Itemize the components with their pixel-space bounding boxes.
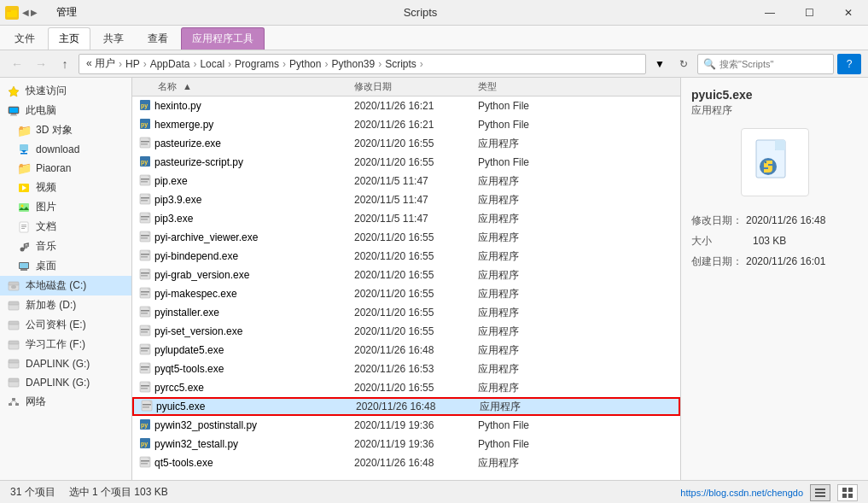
total-items: 31 个项目 [10, 485, 55, 500]
table-row[interactable]: pyi-makespec.exe 2020/11/20 16:55 应用程序 [132, 284, 680, 303]
file-name: qt5-tools.exe [132, 456, 354, 471]
svg-rect-14 [21, 225, 26, 225]
table-row[interactable]: py pasteurize-script.py 2020/11/20 16:55… [132, 153, 680, 172]
table-row[interactable]: pip.exe 2020/11/5 11:47 应用程序 [132, 172, 680, 190]
column-type[interactable]: 类型 [478, 80, 580, 93]
preview-icon-container [691, 128, 858, 196]
sidebar-label-piaoran: Piaoran [36, 162, 71, 174]
exe-file-icon [139, 212, 151, 226]
tab-share[interactable]: 共享 [92, 27, 135, 50]
file-name: pyinstaller.exe [132, 306, 354, 320]
sidebar-label-3d: 3D 对象 [36, 123, 73, 137]
table-row[interactable]: pylupdate5.exe 2020/11/26 16:48 应用程序 [132, 341, 680, 360]
svg-rect-1 [7, 10, 11, 12]
address-path[interactable]: « 用户 › HP › AppData › Local › Programs ›… [79, 54, 646, 74]
table-row[interactable]: py hexinto.py 2020/11/26 16:21 Python Fi… [132, 97, 680, 115]
file-name: py pywin32_postinstall.py [132, 418, 354, 433]
maximize-button[interactable]: ☐ [789, 0, 829, 26]
sidebar-item-desktop[interactable]: 桌面 [0, 256, 131, 276]
file-name: py hexinto.py [132, 99, 354, 114]
tab-view[interactable]: 查看 [137, 27, 179, 50]
file-name-text: pyi-grab_version.exe [154, 269, 249, 281]
sidebar-item-new-volume-d[interactable]: 新加卷 (D:) [0, 295, 131, 315]
path-dropdown-button[interactable]: ▼ [650, 54, 670, 74]
table-row[interactable]: py hexmerge.py 2020/11/26 16:21 Python F… [132, 115, 680, 134]
sidebar-item-download[interactable]: download [0, 140, 131, 159]
table-row[interactable]: pip3.9.exe 2020/11/5 11:47 应用程序 [132, 190, 680, 209]
search-box[interactable]: 🔍 [697, 54, 834, 74]
file-name-text: pyrcc5.exe [154, 382, 204, 394]
sidebar-label-daplink-g1: DAPLINK (G:) [26, 358, 90, 370]
search-input[interactable] [719, 59, 837, 69]
sidebar-item-videos[interactable]: 视频 [0, 178, 131, 197]
help-button[interactable]: ? [837, 54, 861, 74]
table-row[interactable]: pyi-grab_version.exe 2020/11/20 16:55 应用… [132, 266, 680, 284]
table-row[interactable]: pyinstaller.exe 2020/11/20 16:55 应用程序 [132, 303, 680, 322]
file-name-text: hexmerge.py [154, 119, 213, 131]
svg-rect-118 [842, 488, 847, 492]
sidebar-item-3d[interactable]: 📁 3D 对象 [0, 120, 131, 140]
view-details-button[interactable] [810, 484, 830, 501]
file-date: 2020/11/26 16:21 [354, 100, 478, 112]
refresh-button[interactable]: ↻ [673, 54, 694, 74]
table-row[interactable]: pyuic5.exe 2020/11/26 16:48 应用程序 [132, 397, 680, 416]
svg-text:py: py [141, 422, 148, 429]
sidebar-item-study-f[interactable]: 学习工作 (F:) [0, 335, 131, 354]
drive-g2-icon [7, 376, 20, 389]
folder-piaoran-icon: 📁 [17, 161, 31, 175]
column-name[interactable]: 名称 ▲ [132, 80, 354, 93]
view-large-icons-button[interactable] [837, 484, 858, 501]
manage-tab[interactable]: 管理 [43, 0, 90, 25]
table-row[interactable]: pyi-bindepend.exe 2020/11/20 16:55 应用程序 [132, 247, 680, 266]
sidebar-label-pictures: 图片 [36, 200, 56, 214]
tab-home[interactable]: 主页 [48, 27, 90, 50]
table-row[interactable]: py pywin32_testall.py 2020/11/19 19:36 P… [132, 435, 680, 453]
tab-file[interactable]: 文件 [3, 27, 46, 50]
sidebar-item-daplink-g1[interactable]: DAPLINK (G:) [0, 354, 131, 373]
path-segment: Scripts [385, 58, 417, 70]
preview-file-icon [749, 137, 801, 188]
table-row[interactable]: pyi-archive_viewer.exe 2020/11/20 16:55 … [132, 228, 680, 247]
column-date[interactable]: 修改日期 [354, 80, 478, 93]
sidebar-item-pictures[interactable]: 图片 [0, 197, 131, 217]
path-segment: « 用户 [86, 56, 115, 71]
table-row[interactable]: py pywin32_postinstall.py 2020/11/19 19:… [132, 416, 680, 435]
svg-rect-116 [815, 492, 825, 494]
table-row[interactable]: pyqt5-tools.exe 2020/11/26 16:53 应用程序 [132, 360, 680, 378]
file-list-container: 名称 ▲ 修改日期 类型 py hexinto.py 2020/11/26 16… [132, 78, 680, 480]
sidebar-item-company-e[interactable]: 公司资料 (E:) [0, 315, 131, 335]
download-icon [17, 143, 31, 156]
this-pc-icon [7, 104, 20, 118]
table-row[interactable]: qt5-tools.exe 2020/11/26 16:48 应用程序 [132, 453, 680, 472]
svg-rect-51 [141, 178, 149, 180]
table-row[interactable]: pyi-set_version.exe 2020/11/20 16:55 应用程… [132, 322, 680, 341]
meta-row-created: 创建日期： 2020/11/26 16:01 [691, 251, 825, 272]
close-button[interactable]: ✕ [829, 0, 868, 26]
sidebar-item-music[interactable]: 音乐 [0, 237, 131, 256]
up-button[interactable]: ↑ [55, 54, 75, 74]
sidebar-item-daplink-g2[interactable]: DAPLINK (G:) [0, 373, 131, 392]
path-segment: HP [125, 58, 140, 70]
sidebar-item-network[interactable]: 网络 [0, 392, 131, 412]
file-type: Python File [478, 119, 580, 131]
sidebar-item-local-disk-c[interactable]: 本地磁盘 (C:) [0, 276, 131, 295]
back-button[interactable]: ← [7, 54, 27, 74]
folder-icon [5, 6, 19, 20]
svg-rect-107 [141, 460, 149, 462]
sidebar-item-documents[interactable]: 文档 [0, 217, 131, 237]
file-name: pip.exe [132, 174, 354, 189]
sidebar-item-this-pc[interactable]: 此电脑 [0, 101, 131, 120]
table-row[interactable]: pip3.exe 2020/11/5 11:47 应用程序 [132, 209, 680, 228]
svg-text:py: py [141, 441, 148, 447]
forward-button[interactable]: → [31, 54, 51, 74]
svg-rect-6 [9, 108, 18, 113]
ribbon-tabs: 文件 主页 共享 查看 应用程序工具 [0, 26, 868, 50]
table-row[interactable]: pasteurize.exe 2020/11/20 16:55 应用程序 [132, 134, 680, 153]
sidebar-item-quick-access[interactable]: 快速访问 [0, 81, 131, 101]
tab-app-tools[interactable]: 应用程序工具 [181, 27, 265, 50]
file-name-text: pip.exe [154, 175, 188, 187]
table-row[interactable]: pyrcc5.exe 2020/11/20 16:55 应用程序 [132, 378, 680, 397]
svg-point-18 [25, 245, 28, 249]
minimize-button[interactable]: — [750, 0, 789, 26]
sidebar-item-piaoran[interactable]: 📁 Piaoran [0, 159, 131, 178]
